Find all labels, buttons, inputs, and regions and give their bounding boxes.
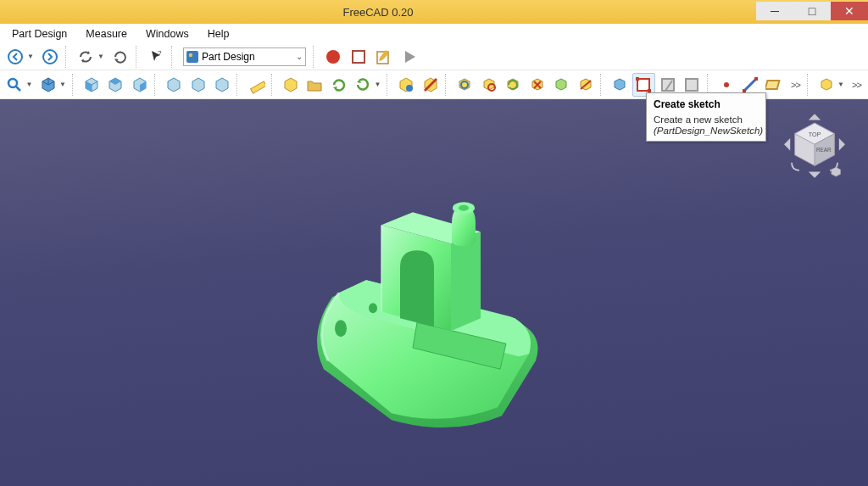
svg-point-22	[335, 320, 347, 337]
svg-rect-17	[743, 89, 746, 92]
create-body-2-button[interactable]	[609, 73, 632, 97]
create-group-button[interactable]	[303, 73, 326, 97]
measure-linear-button[interactable]	[453, 73, 476, 97]
tooltip: Create sketch Create a new sketch (PartD…	[646, 92, 766, 142]
transform-button[interactable]	[327, 73, 350, 97]
navcube-rear-label: REAR	[816, 147, 832, 153]
svg-point-6	[8, 79, 17, 87]
view-rear-button[interactable]	[163, 73, 186, 97]
view-right-button[interactable]	[129, 73, 152, 97]
refresh-dropdown[interactable]: ▼	[97, 53, 104, 60]
datum-plane-button[interactable]	[763, 73, 786, 97]
svg-rect-4	[353, 51, 364, 63]
toolbar-row-1: ▼ ▼ ? Part Design ⌄	[0, 43, 868, 70]
maximize-button[interactable]: □	[793, 2, 831, 20]
3d-viewport[interactable]: TOP REAR	[0, 99, 868, 486]
recompute-button[interactable]	[108, 45, 132, 69]
svg-point-8	[406, 85, 413, 92]
export-dropdown[interactable]: ▼	[374, 81, 381, 88]
svg-rect-11	[637, 79, 649, 91]
create-body-button[interactable]	[279, 73, 302, 97]
menu-measure[interactable]: Measure	[77, 26, 136, 42]
separator	[154, 74, 159, 96]
iso-dropdown[interactable]: ▼	[59, 81, 66, 88]
menu-windows[interactable]: Windows	[137, 26, 198, 42]
separator	[600, 74, 605, 96]
macro-edit-button[interactable]	[372, 45, 396, 69]
workbench-label: Part Design	[202, 51, 255, 63]
back-dropdown[interactable]: ▼	[27, 53, 34, 60]
split-button[interactable]	[420, 73, 442, 97]
pad-button[interactable]	[815, 73, 838, 97]
macro-run-button[interactable]	[398, 45, 421, 69]
measure-refresh-button[interactable]	[502, 73, 525, 97]
separator	[313, 46, 318, 68]
refresh-button[interactable]	[74, 45, 97, 69]
export-button[interactable]	[352, 73, 375, 97]
view-bottom-button[interactable]	[186, 73, 209, 97]
separator	[171, 46, 176, 68]
svg-text:?: ?	[158, 49, 162, 57]
svg-point-3	[326, 50, 340, 64]
titlebar: FreeCAD 0.20 ─ □ ✕	[0, 0, 868, 24]
svg-rect-18	[754, 77, 758, 81]
svg-rect-13	[648, 89, 651, 92]
tooltip-command: (PartDesign_NewSketch)	[654, 126, 759, 136]
menu-help[interactable]: Help	[199, 26, 238, 42]
window-title: FreeCAD 0.20	[0, 6, 756, 19]
pad-dropdown[interactable]: ▼	[837, 81, 844, 88]
macro-record-button[interactable]	[321, 45, 345, 69]
create-part-button[interactable]	[395, 73, 418, 97]
navcube-top-label: TOP	[809, 131, 821, 138]
view-front-button[interactable]	[81, 73, 103, 97]
measure-toggle-3d-button[interactable]	[574, 73, 597, 97]
separator	[136, 46, 141, 68]
close-button[interactable]: ✕	[831, 2, 868, 20]
measure-angular-button[interactable]	[477, 73, 500, 97]
svg-rect-15	[686, 79, 698, 91]
separator	[387, 74, 392, 96]
part-design-icon	[186, 51, 198, 63]
measure-button[interactable]	[245, 73, 268, 97]
svg-point-23	[369, 303, 377, 313]
navigation-cube[interactable]: TOP REAR	[776, 108, 853, 184]
svg-point-1	[43, 50, 57, 64]
separator	[271, 74, 276, 96]
back-button[interactable]	[3, 45, 27, 69]
svg-rect-7	[251, 81, 265, 92]
svg-point-0	[8, 50, 22, 64]
fit-dropdown[interactable]: ▼	[26, 81, 33, 88]
tooltip-title: Create sketch	[654, 98, 759, 110]
measure-toggle-all-button[interactable]	[550, 73, 573, 97]
minimize-button[interactable]: ─	[756, 2, 793, 20]
isometric-view-button[interactable]	[36, 73, 59, 97]
forward-button[interactable]	[38, 45, 62, 69]
cursor-button[interactable]: ?	[144, 45, 168, 69]
overflow-button-2[interactable]: >>	[852, 80, 861, 90]
chevron-down-icon: ⌄	[296, 52, 303, 61]
separator	[65, 46, 70, 68]
separator	[807, 74, 812, 96]
window-buttons: ─ □ ✕	[756, 4, 868, 20]
svg-rect-12	[636, 77, 639, 81]
tooltip-body: Create a new sketch	[654, 115, 759, 125]
svg-point-16	[724, 82, 729, 87]
svg-point-21	[459, 205, 469, 211]
macro-stop-button[interactable]	[347, 45, 370, 69]
workbench-selector[interactable]: Part Design ⌄	[183, 47, 306, 66]
fit-all-button[interactable]	[3, 73, 26, 97]
view-top-button[interactable]	[104, 73, 127, 97]
menubar: Part Design Measure Windows Help	[0, 24, 868, 43]
view-left-button[interactable]	[211, 73, 234, 97]
separator	[445, 74, 450, 96]
measure-clear-button[interactable]	[526, 73, 548, 97]
separator	[72, 74, 77, 96]
overflow-button[interactable]: >>	[791, 80, 800, 90]
model-benchy[interactable]	[281, 165, 587, 448]
separator	[236, 74, 242, 96]
menu-part-design[interactable]: Part Design	[3, 26, 75, 42]
